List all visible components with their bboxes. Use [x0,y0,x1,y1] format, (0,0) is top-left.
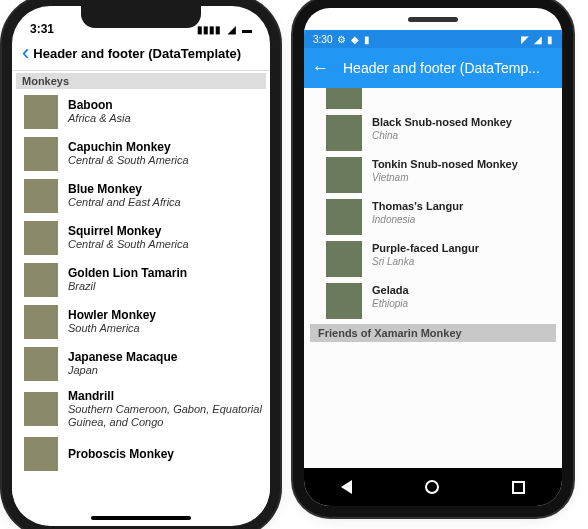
android-status-bar: 3:30 ⚙ ◆ ▮ ◤ ◢ ▮ [304,30,562,48]
monkey-location: Africa & Asia [68,112,131,125]
nav-home-icon[interactable] [425,480,439,494]
ios-status-icons: ▮▮▮▮ ◢ ▬ [194,22,252,36]
list-item[interactable]: Black Snub-nosed Monkey China [304,112,562,154]
page-title: Header and footer (DataTemplate) [33,46,241,61]
list-item[interactable]: Howler Monkey South America [12,301,270,343]
android-app-bar: ← Header and footer (DataTemp... [304,48,562,88]
monkey-thumbnail [326,157,362,193]
monkey-location: Sri Lanka [372,256,479,267]
monkey-location: Japan [68,364,177,377]
home-indicator[interactable] [91,516,191,520]
back-chevron-icon[interactable]: ‹ [18,42,33,64]
monkey-location: Central & South America [68,154,189,167]
monkey-thumbnail [24,137,58,171]
list-item[interactable]: Tonkin Snub-nosed Monkey Vietnam [304,154,562,196]
iphone-device-frame: 3:31 ▮▮▮▮ ◢ ▬ ‹ Header and footer (DataT… [12,6,270,526]
monkey-name: Squirrel Monkey [68,224,189,238]
monkey-name: Blue Monkey [68,182,181,196]
battery-small-icon: ▮ [364,34,370,45]
monkey-name: Japanese Macaque [68,350,177,364]
monkey-location: Brazil [68,280,187,293]
page-title: Header and footer (DataTemp... [343,60,540,76]
signal-icon: ▮▮▮▮ [197,24,221,35]
monkey-thumbnail [24,95,58,129]
back-arrow-icon[interactable]: ← [312,58,329,78]
nav-back-icon[interactable] [341,480,352,494]
list-item[interactable]: Gelada Ethiopia [304,280,562,322]
monkey-location: Southern Cameroon, Gabon, Equatorial Gui… [68,403,262,429]
monkey-thumbnail [326,115,362,151]
list-item[interactable]: Capuchin Monkey Central & South America [12,133,270,175]
monkey-location: Indonesia [372,214,463,225]
monkey-location: Vietnam [372,172,518,183]
signal-icon: ◢ [534,34,542,45]
list-item[interactable]: Proboscis Monkey [12,433,270,475]
monkey-location: Central & South America [68,238,189,251]
monkey-thumbnail [24,179,58,213]
gear-icon: ⚙ [337,34,346,45]
android-list[interactable]: China Black Snub-nosed Monkey China Tonk… [304,88,562,468]
android-nav-bar [304,468,562,506]
list-item[interactable]: Golden Lion Tamarin Brazil [12,259,270,301]
list-item[interactable]: Thomas's Langur Indonesia [304,196,562,238]
monkey-name: Gelada [372,284,409,296]
monkey-thumbnail [24,221,58,255]
bug-icon: ◆ [351,34,359,45]
monkey-name: Capuchin Monkey [68,140,189,154]
list-item[interactable]: Squirrel Monkey Central & South America [12,217,270,259]
monkey-name: Thomas's Langur [372,200,463,212]
monkey-thumbnail [24,437,58,471]
android-speaker [408,17,458,22]
nav-recent-icon[interactable] [512,481,525,494]
wifi-icon: ◢ [228,24,236,35]
monkey-thumbnail [326,88,362,109]
monkey-thumbnail [24,347,58,381]
monkey-thumbnail [326,241,362,277]
wifi-icon: ◤ [521,34,529,45]
list-item[interactable]: Baboon Africa & Asia [12,91,270,133]
monkey-thumbnail [24,305,58,339]
monkey-name: Proboscis Monkey [68,447,174,461]
list-item[interactable]: Purple-faced Langur Sri Lanka [304,238,562,280]
list-header: Monkeys [16,73,266,89]
list-item[interactable]: Japanese Macaque Japan [12,343,270,385]
monkey-name: Purple-faced Langur [372,242,479,254]
list-item[interactable]: Mandrill Southern Cameroon, Gabon, Equat… [12,385,270,433]
monkey-location: Ethiopia [372,298,409,309]
monkey-thumbnail [326,283,362,319]
monkey-location: China [372,130,512,141]
list-item[interactable]: China [304,88,562,112]
ios-list[interactable]: Monkeys Baboon Africa & Asia Capuchin Mo… [12,71,270,519]
list-item[interactable]: Blue Monkey Central and East Africa [12,175,270,217]
monkey-name: Mandrill [68,389,262,403]
android-device-frame: 3:30 ⚙ ◆ ▮ ◤ ◢ ▮ ← Header and footer (Da… [304,8,562,506]
list-footer: Friends of Xamarin Monkey [310,324,556,342]
ios-clock: 3:31 [30,22,54,36]
monkey-name: Howler Monkey [68,308,156,322]
monkey-location: Central and East Africa [68,196,181,209]
battery-icon: ▬ [242,24,252,35]
monkey-thumbnail [24,392,58,426]
monkey-name: Baboon [68,98,131,112]
battery-icon: ▮ [547,34,553,45]
monkey-name: Tonkin Snub-nosed Monkey [372,158,518,170]
monkey-name: Golden Lion Tamarin [68,266,187,280]
ios-nav-bar: ‹ Header and footer (DataTemplate) [12,38,270,71]
android-clock: 3:30 [313,34,332,45]
iphone-notch [81,6,201,28]
monkey-thumbnail [24,263,58,297]
monkey-location: South America [68,322,156,335]
monkey-name: Black Snub-nosed Monkey [372,116,512,128]
monkey-thumbnail [326,199,362,235]
